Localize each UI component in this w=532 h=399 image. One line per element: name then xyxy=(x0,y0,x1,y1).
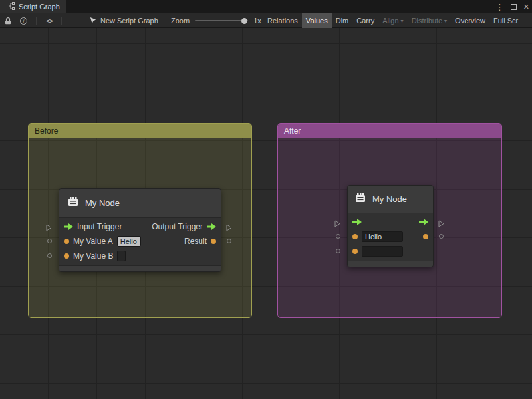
toolbar-icon-group: i <> xyxy=(0,13,62,28)
align-label: Align xyxy=(382,17,398,25)
tab-title: Script Graph xyxy=(19,3,60,11)
result-port-icon[interactable] xyxy=(211,239,216,244)
input-trigger-outer-port[interactable] xyxy=(46,222,52,234)
value-b-port-row xyxy=(348,244,433,259)
node-footer xyxy=(59,265,221,271)
dim-button[interactable]: Dim xyxy=(332,13,353,28)
trigger-port-row: Input Trigger Output Trigger xyxy=(59,219,221,234)
output-trigger-label: Output Trigger xyxy=(152,222,203,231)
value-a-port-icon[interactable] xyxy=(352,234,358,239)
group-after-label: After xyxy=(284,126,301,136)
result-label: Result xyxy=(184,237,207,246)
fullscreen-button[interactable]: Full Scr xyxy=(489,13,522,28)
toolbar-separator xyxy=(61,17,62,25)
zoom-control: Zoom 1x xyxy=(171,13,261,28)
value-b-outer-port[interactable] xyxy=(47,253,52,258)
zoom-slider[interactable] xyxy=(195,20,248,21)
result-outer-port[interactable] xyxy=(439,234,444,239)
tab-bar: Script Graph ⋮ ✕ xyxy=(0,0,532,13)
node-after-body: Hello xyxy=(348,213,433,259)
result-port-icon[interactable] xyxy=(423,234,428,239)
distribute-dropdown[interactable]: Distribute ▾ xyxy=(408,13,451,28)
value-b-outer-port[interactable] xyxy=(336,249,340,253)
node-icon xyxy=(354,192,366,206)
node-my-node-after[interactable]: My Node Hello xyxy=(347,185,434,267)
zoom-value: 1x xyxy=(253,17,261,25)
align-dropdown[interactable]: Align ▾ xyxy=(378,13,407,28)
graph-name: New Script Graph xyxy=(100,17,158,25)
value-b-port-row: My Value B xyxy=(59,249,221,263)
input-trigger-outer-port[interactable] xyxy=(334,218,340,230)
carry-button[interactable]: Carry xyxy=(352,13,378,28)
zoom-label: Zoom xyxy=(171,17,190,25)
value-a-field[interactable]: Hello xyxy=(362,231,403,242)
value-a-label: My Value A xyxy=(73,237,113,246)
zoom-slider-handle[interactable] xyxy=(241,18,247,24)
tab-script-graph[interactable]: Script Graph xyxy=(0,0,66,13)
group-before-label: Before xyxy=(35,126,58,136)
toolbar-buttons: Relations Values Dim Carry Align ▾ Distr… xyxy=(263,13,522,28)
value-a-port-icon[interactable] xyxy=(64,239,69,244)
input-trigger-port-icon[interactable] xyxy=(352,219,362,225)
node-my-node-before[interactable]: My Node Input Trigger Output Trigger xyxy=(59,188,221,272)
value-b-port-icon[interactable] xyxy=(352,249,358,254)
value-a-field[interactable]: Hello xyxy=(117,236,141,247)
values-button[interactable]: Values xyxy=(302,13,332,28)
relations-button[interactable]: Relations xyxy=(263,13,302,28)
trigger-port-row xyxy=(348,215,433,229)
output-trigger-outer-port[interactable] xyxy=(226,222,232,234)
close-icon[interactable]: ✕ xyxy=(523,3,529,11)
node-before-header[interactable]: My Node xyxy=(59,189,221,218)
node-title: My Node xyxy=(85,198,120,208)
value-b-field[interactable] xyxy=(362,246,403,257)
graph-canvas[interactable]: Before After My Node xyxy=(0,28,532,399)
value-a-port-row: My Value A Hello Result xyxy=(59,234,221,249)
graph-breadcrumb[interactable]: New Script Graph xyxy=(89,13,158,28)
output-trigger-port-icon[interactable] xyxy=(207,223,216,230)
node-footer xyxy=(348,261,433,267)
info-icon[interactable]: i xyxy=(20,17,27,25)
node-before-body: Input Trigger Output Trigger My Value A … xyxy=(59,218,221,263)
output-trigger-port-icon[interactable] xyxy=(419,219,428,225)
graph-toolbar: i <> New Script Graph Zoom 1x Relations … xyxy=(0,13,532,28)
value-a-outer-port[interactable] xyxy=(47,239,52,243)
node-after-header[interactable]: My Node xyxy=(348,186,433,213)
toolbar-separator xyxy=(36,17,37,25)
value-b-field[interactable] xyxy=(117,251,126,261)
kebab-menu-icon[interactable]: ⋮ xyxy=(495,3,504,11)
window-controls: ⋮ ✕ xyxy=(495,0,529,13)
distribute-label: Distribute xyxy=(412,17,442,25)
script-graph-icon xyxy=(7,2,15,11)
graph-pointer-icon xyxy=(89,17,96,25)
overview-button[interactable]: Overview xyxy=(451,13,489,28)
input-trigger-label: Input Trigger xyxy=(77,222,122,231)
result-outer-port[interactable] xyxy=(227,239,231,243)
node-icon xyxy=(67,196,79,210)
value-b-label: My Value B xyxy=(73,251,113,261)
value-a-port-row: Hello xyxy=(348,229,433,244)
output-trigger-outer-port[interactable] xyxy=(438,218,444,230)
group-before-header[interactable]: Before xyxy=(29,124,251,138)
group-after-header[interactable]: After xyxy=(278,124,501,138)
chevron-down-icon: ▾ xyxy=(444,18,447,24)
value-a-outer-port[interactable] xyxy=(336,234,340,239)
lock-icon[interactable] xyxy=(5,17,11,25)
input-trigger-port-icon[interactable] xyxy=(64,223,73,230)
value-b-port-icon[interactable] xyxy=(64,253,69,259)
chevron-down-icon: ▾ xyxy=(401,18,404,24)
maximize-icon[interactable] xyxy=(511,4,517,10)
node-title: My Node xyxy=(372,194,407,204)
code-icon[interactable]: <> xyxy=(46,17,53,25)
